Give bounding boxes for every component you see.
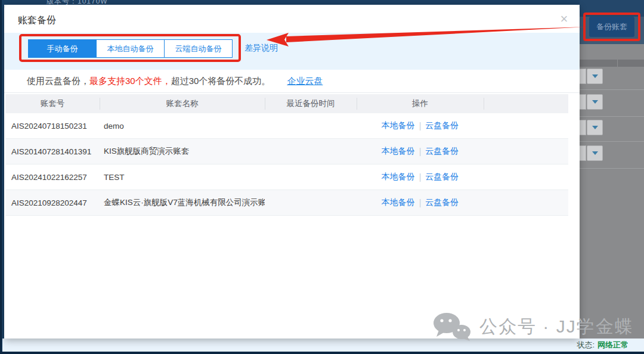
background-window-bottom-edge bbox=[0, 352, 644, 354]
notice-text: 使用云盘备份， bbox=[27, 76, 89, 87]
header-last-backup-time: 最近备份时间 bbox=[265, 94, 357, 113]
enterprise-cloud-link[interactable]: 企业云盘 bbox=[287, 76, 323, 87]
account-id: AIS201407281401391 bbox=[5, 139, 100, 164]
empty-cell bbox=[484, 164, 568, 190]
last-backup-time bbox=[265, 164, 357, 190]
account-name: TEST bbox=[100, 164, 265, 190]
local-backup-link[interactable]: 本地备份 bbox=[382, 172, 415, 182]
tab-manual-backup[interactable]: 手动备份 bbox=[28, 39, 97, 58]
tab-local-auto-backup[interactable]: 本地自动备份 bbox=[96, 39, 165, 58]
account-id: AIS20241022162257 bbox=[5, 164, 100, 190]
empty-cell bbox=[484, 113, 568, 138]
notice-limit-text: 最多支持30个文件， bbox=[89, 76, 171, 87]
status-label: 状态: bbox=[577, 340, 595, 350]
account-id: AIS20240718150231 bbox=[5, 113, 100, 138]
dropdown-button[interactable] bbox=[587, 145, 603, 161]
cloud-backup-link[interactable]: 云盘备份 bbox=[425, 146, 459, 157]
chevron-down-icon bbox=[592, 100, 598, 104]
account-name: KIS旗舰版商贸演示账套 bbox=[100, 139, 265, 164]
local-backup-link[interactable]: 本地备份 bbox=[382, 146, 415, 157]
background-header-band bbox=[580, 0, 644, 17]
local-backup-link[interactable]: 本地备份 bbox=[382, 197, 415, 208]
table-header: 账套号 账套名称 最近备份时间 操作 bbox=[5, 94, 568, 113]
row-divider bbox=[580, 168, 644, 169]
row-divider bbox=[580, 141, 644, 142]
table-row: AIS20210928202447 金蝶KIS云·旗舰版V7蓝海机械有限公司演示… bbox=[5, 190, 568, 216]
background-grid-header bbox=[580, 60, 644, 67]
notice-text: 超过30个将备份不成功。 bbox=[171, 76, 271, 87]
header-actions: 操作 bbox=[357, 94, 484, 113]
account-backup-dialog: 账套备份 × 手动备份 本地自动备份 云端自动备份 差异说明 使用云盘备份， 最… bbox=[4, 5, 580, 339]
cloud-backup-link[interactable]: 云盘备份 bbox=[425, 197, 459, 208]
action-divider: | bbox=[419, 172, 422, 182]
action-divider: | bbox=[419, 121, 422, 131]
table-body: AIS20240718150231 demo 本地备份 | 云盘备份 AIS20… bbox=[5, 113, 568, 216]
column-divider bbox=[617, 60, 618, 67]
cloud-backup-notice: 使用云盘备份， 最多支持30个文件， 超过30个将备份不成功。 企业云盘 bbox=[4, 70, 580, 93]
screen: 版本号：10170W 备份账套 状态: 网络正常 账套备份 × 手动备份 bbox=[0, 0, 644, 354]
last-backup-time bbox=[265, 190, 357, 215]
dialog-title: 账套备份 bbox=[18, 14, 56, 27]
account-name: 金蝶KIS云·旗舰版V7蓝海机械有限公司演示账套 bbox=[100, 190, 265, 215]
tab-cloud-auto-backup[interactable]: 云端自动备份 bbox=[164, 39, 233, 58]
network-status: 网络正常 bbox=[597, 340, 628, 350]
account-table: 账套号 账套名称 最近备份时间 操作 AIS20240718150231 dem… bbox=[5, 94, 568, 216]
clipped-cell-button[interactable] bbox=[580, 120, 586, 135]
header-empty bbox=[484, 94, 568, 113]
clipped-cell-button[interactable] bbox=[580, 69, 586, 84]
backup-tabs: 手动备份 本地自动备份 云端自动备份 bbox=[28, 39, 233, 58]
header-account-name: 账套名称 bbox=[100, 94, 265, 113]
cloud-backup-link[interactable]: 云盘备份 bbox=[425, 120, 459, 131]
close-icon[interactable]: × bbox=[556, 11, 572, 27]
chevron-down-icon bbox=[592, 151, 598, 155]
empty-cell bbox=[484, 190, 568, 215]
dropdown-button[interactable] bbox=[587, 69, 603, 84]
last-backup-time bbox=[265, 113, 357, 138]
backup-accounts-button[interactable]: 备份账套 bbox=[589, 17, 634, 37]
clipped-cell-button[interactable] bbox=[580, 145, 586, 161]
clipped-cell-button[interactable] bbox=[580, 94, 586, 110]
action-divider: | bbox=[419, 198, 422, 207]
table-row: AIS20241022162257 TEST 本地备份 | 云盘备份 bbox=[5, 164, 568, 190]
local-backup-link[interactable]: 本地备份 bbox=[382, 120, 415, 131]
dropdown-button[interactable] bbox=[587, 120, 603, 135]
account-name: demo bbox=[100, 113, 265, 138]
table-row: AIS20240718150231 demo 本地备份 | 云盘备份 bbox=[5, 113, 568, 139]
status-bar: 状态: 网络正常 bbox=[2, 339, 644, 352]
account-id: AIS20210928202447 bbox=[5, 190, 100, 215]
background-window-right-panel: 备份账套 bbox=[580, 0, 644, 339]
difference-description-link[interactable]: 差异说明 bbox=[244, 43, 278, 54]
last-backup-time bbox=[265, 139, 357, 164]
row-divider bbox=[580, 89, 644, 90]
cloud-backup-link[interactable]: 云盘备份 bbox=[425, 172, 459, 182]
row-divider bbox=[580, 116, 644, 117]
chevron-down-icon bbox=[592, 74, 598, 78]
action-divider: | bbox=[419, 147, 422, 156]
table-row: AIS201407281401391 KIS旗舰版商贸演示账套 本地备份 | 云… bbox=[5, 139, 568, 164]
background-window-titlebar: 版本号：10170W bbox=[0, 0, 644, 5]
dropdown-button[interactable] bbox=[587, 94, 603, 110]
empty-cell bbox=[484, 139, 568, 164]
chevron-down-icon bbox=[592, 126, 598, 129]
background-window-left-edge bbox=[0, 0, 4, 354]
header-account-id: 账套号 bbox=[5, 94, 100, 113]
tab-bar: 手动备份 本地自动备份 云端自动备份 差异说明 bbox=[4, 33, 580, 70]
